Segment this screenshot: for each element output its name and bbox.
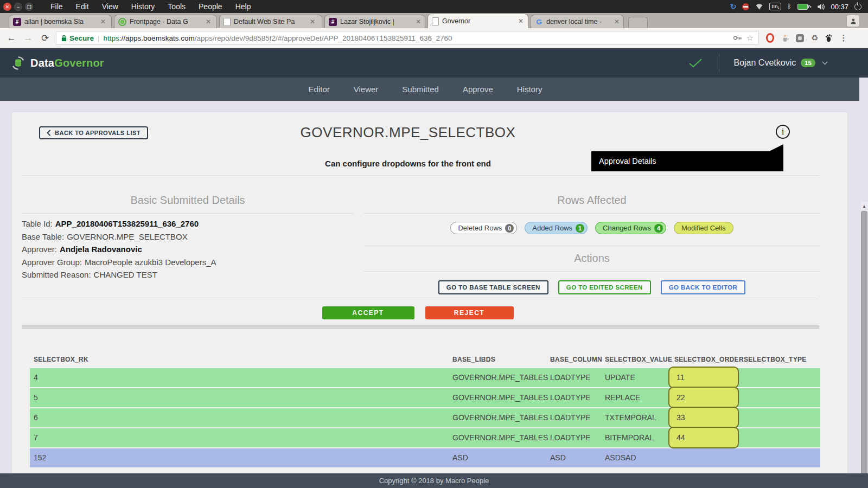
modified-cells-badge[interactable]: Modified Cells	[674, 222, 733, 234]
tab-close-icon[interactable]: ✕	[614, 18, 620, 25]
datagovernor-logo-icon	[11, 56, 25, 70]
app-logo[interactable]: DataGovernor	[11, 48, 104, 78]
address-bar[interactable]: Secure | https://apps.boemskats.com/apps…	[56, 31, 759, 45]
tab-title: Default Web Site Pa	[234, 18, 305, 25]
url-separator: |	[98, 34, 100, 42]
bluetooth-icon[interactable]: ᛒ	[787, 2, 791, 11]
reject-button[interactable]: REJECT	[425, 306, 514, 319]
java-extension-icon[interactable]	[781, 34, 789, 42]
go-back-to-editor-button[interactable]: GO BACK TO EDITOR	[661, 280, 746, 294]
cell-base-libds: GOVERNOR.MPE_TABLES	[452, 408, 548, 427]
window-maximize-button[interactable]: ❒	[25, 3, 33, 11]
new-tab-button[interactable]	[628, 17, 648, 28]
tab-close-icon[interactable]: ✕	[310, 18, 315, 25]
browser-menu-icon[interactable]: ⋮	[839, 33, 847, 43]
browser-tab-governor-active[interactable]: Governor ✕	[427, 14, 528, 28]
cell-base-libds: GOVERNOR.MPE_TABLES	[452, 428, 548, 447]
opera-extension-icon[interactable]	[766, 33, 774, 43]
menu-item-people[interactable]: People	[193, 1, 228, 12]
tab-close-icon[interactable]: ✕	[206, 18, 211, 25]
changed-rows-badge[interactable]: Changed Rows4	[595, 222, 666, 234]
menu-item-file[interactable]: File	[45, 1, 68, 12]
menu-item-edit[interactable]: Edit	[71, 1, 94, 12]
sync-icon[interactable]: ↻	[730, 2, 737, 11]
page-icon	[224, 18, 231, 26]
window-close-button[interactable]: ✕	[3, 3, 11, 11]
added-rows-badge[interactable]: Added Rows1	[525, 222, 588, 234]
clock[interactable]: 00:37	[831, 3, 848, 11]
user-menu-chevron-icon[interactable]	[822, 61, 828, 65]
browser-tab-lazar[interactable]: # Lazar Stojiljkovic | ✕	[324, 15, 425, 28]
tab-close-icon[interactable]: ✕	[518, 17, 524, 25]
nav-item-editor[interactable]: Editor	[309, 85, 330, 94]
gray-extension-icon[interactable]	[796, 34, 804, 42]
go-to-edited-screen-button[interactable]: GO TO EDITED SCREEN	[558, 280, 651, 294]
column-header: BASE_COLUMN	[550, 356, 602, 363]
slack-icon: #	[13, 18, 21, 26]
battery-icon[interactable]: ϟ	[797, 2, 812, 11]
back-icon[interactable]: ←	[5, 33, 17, 43]
menu-item-tools[interactable]: Tools	[162, 1, 191, 12]
nav-item-approve[interactable]: Approve	[463, 85, 493, 94]
cell-selectbox-rk: 152	[34, 448, 46, 467]
scrollbar-thumb[interactable]	[861, 211, 867, 488]
approval-card: BACK TO APPROVALS LIST GOVERNOR.MPE_SELE…	[12, 112, 847, 473]
browser-tab-default-site[interactable]: Default Web Site Pa ✕	[219, 15, 322, 28]
menu-item-view[interactable]: View	[97, 1, 124, 12]
nav-item-history[interactable]: History	[517, 85, 542, 94]
divider	[22, 299, 819, 299]
browser-profile-button[interactable]	[846, 15, 860, 27]
bookmark-star-icon[interactable]: ☆	[746, 33, 754, 43]
info-icon[interactable]: i	[776, 125, 790, 139]
user-name[interactable]: Bojan Cvetkovic	[733, 58, 796, 68]
power-icon[interactable]	[854, 3, 861, 10]
cell-base-column: LOADTYPE	[550, 388, 591, 407]
go-to-base-table-button[interactable]: GO TO BASE TABLE SCREEN	[438, 280, 548, 294]
accept-button[interactable]: ACCEPT	[322, 306, 414, 319]
column-header: SELECTBOX_VALUE	[605, 356, 672, 363]
cell-selectbox-rk: 6	[34, 408, 38, 427]
page-title: GOVERNOR.MPE_SELECTBOX	[12, 124, 804, 141]
column-header: SELECTBOX_RK	[34, 356, 88, 363]
count-badge: 1	[576, 224, 584, 233]
keyboard-layout-indicator[interactable]: En₁	[769, 3, 781, 10]
actions-heading: Actions	[363, 252, 820, 265]
forward-icon[interactable]: →	[22, 33, 34, 43]
window-minimize-button[interactable]: −	[14, 3, 22, 11]
deleted-rows-badge[interactable]: Deleted Rows0	[450, 222, 517, 234]
browser-tab-denver[interactable]: G denver local time - ✕	[531, 15, 624, 28]
recycle-extension-icon[interactable]: ♻	[811, 33, 818, 43]
tab-close-icon[interactable]: ✕	[100, 18, 106, 25]
table-description: Can configure dropdowns for the front en…	[12, 159, 804, 168]
gnome-foot-icon[interactable]	[825, 34, 832, 42]
tab-title: Frontpage - Data G	[130, 18, 201, 25]
volume-icon[interactable]	[817, 2, 825, 11]
page-scrollbar[interactable]: ▲ ▼	[860, 202, 868, 488]
do-not-disturb-icon[interactable]	[742, 3, 749, 10]
cell-base-libds: GOVERNOR.MPE_TABLES	[452, 388, 548, 407]
extension-icons: ♻ ⋮	[766, 33, 847, 43]
reload-icon[interactable]: ⟳	[39, 33, 51, 44]
table-row-changed: 5 GOVERNOR.MPE_TABLES LOADTYPE REPLACE 2…	[30, 388, 820, 407]
count-badge: 4	[654, 224, 663, 233]
page-viewport: BACK TO APPROVALS LIST GOVERNOR.MPE_SELE…	[0, 101, 868, 473]
secure-indicator[interactable]: Secure	[61, 34, 94, 42]
key-icon[interactable]	[733, 35, 742, 41]
notification-badge[interactable]: 15	[801, 59, 815, 67]
wifi-icon[interactable]	[755, 2, 763, 11]
system-tray: ↻ En₁ ᛒ ϟ 00:37	[730, 2, 868, 11]
cell-selectbox-value: ASDSAD	[605, 448, 636, 467]
screen: ✕ − ❒ File Edit View History Tools Peopl…	[0, 0, 868, 488]
nav-item-viewer[interactable]: Viewer	[354, 85, 379, 94]
browser-tab-allan[interactable]: # allan | boemska Sla ✕	[9, 15, 112, 28]
nav-item-submitted[interactable]: Submitted	[402, 85, 439, 94]
browser-tab-frontpage[interactable]: Frontpage - Data G ✕	[114, 15, 217, 28]
divider	[22, 175, 819, 176]
menu-item-history[interactable]: History	[126, 1, 161, 12]
tab-close-icon[interactable]: ✕	[416, 18, 421, 25]
count-badge: 0	[505, 224, 514, 233]
slack-icon: #	[329, 18, 337, 26]
scroll-up-icon[interactable]: ▲	[860, 203, 868, 210]
divider	[363, 246, 820, 246]
menu-item-help[interactable]: Help	[230, 1, 257, 12]
